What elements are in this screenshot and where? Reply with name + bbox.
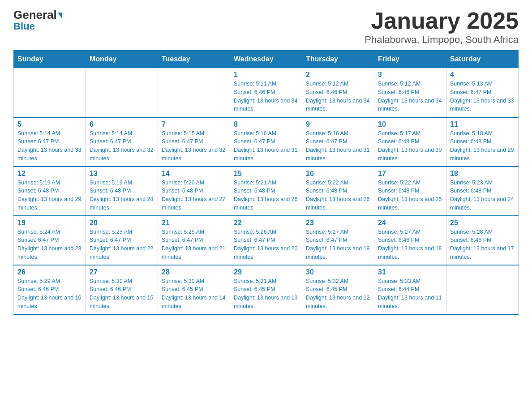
- sun-info: Sunrise: 5:25 AM Sunset: 6:47 PM Dayligh…: [90, 228, 154, 261]
- calendar-cell: 6Sunrise: 5:14 AM Sunset: 6:47 PM Daylig…: [86, 117, 158, 167]
- day-number: 26: [17, 268, 82, 276]
- day-number: 28: [162, 268, 226, 276]
- calendar-cell: 11Sunrise: 5:18 AM Sunset: 6:48 PM Dayli…: [446, 117, 519, 167]
- calendar-cell: 9Sunrise: 5:16 AM Sunset: 6:47 PM Daylig…: [302, 117, 374, 167]
- sun-info: Sunrise: 5:27 AM Sunset: 6:47 PM Dayligh…: [306, 228, 370, 261]
- sun-info: Sunrise: 5:27 AM Sunset: 6:46 PM Dayligh…: [378, 228, 442, 261]
- day-number: 23: [306, 219, 370, 227]
- calendar-cell: 20Sunrise: 5:25 AM Sunset: 6:47 PM Dayli…: [86, 216, 158, 265]
- day-number: 20: [90, 219, 154, 227]
- calendar-cell: 26Sunrise: 5:29 AM Sunset: 6:46 PM Dayli…: [14, 265, 86, 314]
- day-number: 31: [378, 268, 442, 276]
- calendar-week-row: 12Sunrise: 5:19 AM Sunset: 6:48 PM Dayli…: [14, 167, 519, 216]
- month-title: January 2025: [365, 9, 519, 32]
- calendar-cell: 14Sunrise: 5:20 AM Sunset: 6:48 PM Dayli…: [158, 167, 230, 216]
- calendar-cell: 22Sunrise: 5:26 AM Sunset: 6:47 PM Dayli…: [230, 216, 302, 265]
- calendar-cell: 21Sunrise: 5:25 AM Sunset: 6:47 PM Dayli…: [158, 216, 230, 265]
- sun-info: Sunrise: 5:31 AM Sunset: 6:45 PM Dayligh…: [234, 277, 298, 311]
- day-number: 22: [234, 219, 298, 227]
- title-block: January 2025 Phalaborwa, Limpopo, South …: [365, 9, 519, 46]
- calendar-week-row: 26Sunrise: 5:29 AM Sunset: 6:46 PM Dayli…: [14, 265, 519, 314]
- day-number: 8: [234, 120, 298, 128]
- day-number: 16: [306, 170, 370, 178]
- calendar-cell: 24Sunrise: 5:27 AM Sunset: 6:46 PM Dayli…: [374, 216, 446, 265]
- sun-info: Sunrise: 5:19 AM Sunset: 6:48 PM Dayligh…: [90, 179, 154, 212]
- calendar-week-row: 19Sunrise: 5:24 AM Sunset: 6:47 PM Dayli…: [14, 216, 519, 265]
- sun-info: Sunrise: 5:26 AM Sunset: 6:47 PM Dayligh…: [234, 228, 298, 261]
- sun-info: Sunrise: 5:23 AM Sunset: 6:48 PM Dayligh…: [450, 179, 515, 212]
- sun-info: Sunrise: 5:18 AM Sunset: 6:48 PM Dayligh…: [450, 129, 515, 163]
- sun-info: Sunrise: 5:14 AM Sunset: 6:47 PM Dayligh…: [90, 129, 154, 163]
- day-number: 7: [162, 120, 226, 128]
- header-friday: Friday: [374, 51, 446, 68]
- day-number: 6: [90, 120, 154, 128]
- calendar-cell: 10Sunrise: 5:17 AM Sunset: 6:48 PM Dayli…: [374, 117, 446, 167]
- calendar-cell: [14, 68, 86, 117]
- calendar-cell: 5Sunrise: 5:14 AM Sunset: 6:47 PM Daylig…: [14, 117, 86, 167]
- page-header: General Blue January 2025 Phalaborwa, Li…: [13, 9, 519, 46]
- header-monday: Monday: [86, 51, 158, 68]
- sun-info: Sunrise: 5:14 AM Sunset: 6:47 PM Dayligh…: [17, 129, 82, 163]
- calendar-cell: 31Sunrise: 5:33 AM Sunset: 6:44 PM Dayli…: [374, 265, 446, 314]
- sun-info: Sunrise: 5:32 AM Sunset: 6:45 PM Dayligh…: [306, 277, 370, 311]
- calendar-cell: [158, 68, 230, 117]
- day-number: 11: [450, 120, 515, 128]
- header-saturday: Saturday: [446, 51, 519, 68]
- day-number: 12: [17, 170, 82, 178]
- day-number: 15: [234, 170, 298, 178]
- day-number: 17: [378, 170, 442, 178]
- calendar-week-row: 1Sunrise: 5:11 AM Sunset: 6:46 PM Daylig…: [14, 68, 519, 117]
- day-number: 4: [450, 71, 515, 79]
- sun-info: Sunrise: 5:16 AM Sunset: 6:47 PM Dayligh…: [306, 129, 370, 163]
- day-number: 3: [378, 71, 442, 79]
- calendar-cell: 18Sunrise: 5:23 AM Sunset: 6:48 PM Dayli…: [446, 167, 519, 216]
- day-number: 27: [90, 268, 154, 276]
- calendar-cell: 30Sunrise: 5:32 AM Sunset: 6:45 PM Dayli…: [302, 265, 374, 314]
- calendar-cell: 7Sunrise: 5:15 AM Sunset: 6:47 PM Daylig…: [158, 117, 230, 167]
- sun-info: Sunrise: 5:12 AM Sunset: 6:46 PM Dayligh…: [306, 80, 370, 113]
- sun-info: Sunrise: 5:24 AM Sunset: 6:47 PM Dayligh…: [17, 228, 82, 261]
- sun-info: Sunrise: 5:30 AM Sunset: 6:46 PM Dayligh…: [90, 277, 154, 311]
- calendar-cell: 17Sunrise: 5:22 AM Sunset: 6:48 PM Dayli…: [374, 167, 446, 216]
- calendar-cell: 19Sunrise: 5:24 AM Sunset: 6:47 PM Dayli…: [14, 216, 86, 265]
- calendar-table: Sunday Monday Tuesday Wednesday Thursday…: [13, 50, 519, 315]
- sun-info: Sunrise: 5:25 AM Sunset: 6:47 PM Dayligh…: [162, 228, 226, 261]
- calendar-cell: [86, 68, 158, 117]
- sun-info: Sunrise: 5:22 AM Sunset: 6:48 PM Dayligh…: [306, 179, 370, 212]
- sun-info: Sunrise: 5:20 AM Sunset: 6:48 PM Dayligh…: [162, 179, 226, 212]
- calendar-cell: 16Sunrise: 5:22 AM Sunset: 6:48 PM Dayli…: [302, 167, 374, 216]
- location-title: Phalaborwa, Limpopo, South Africa: [365, 34, 519, 46]
- logo: General Blue: [13, 9, 62, 32]
- sun-info: Sunrise: 5:15 AM Sunset: 6:47 PM Dayligh…: [162, 129, 226, 163]
- day-number: 29: [234, 268, 298, 276]
- calendar-cell: 2Sunrise: 5:12 AM Sunset: 6:46 PM Daylig…: [302, 68, 374, 117]
- calendar-cell: 23Sunrise: 5:27 AM Sunset: 6:47 PM Dayli…: [302, 216, 374, 265]
- sun-info: Sunrise: 5:33 AM Sunset: 6:44 PM Dayligh…: [378, 277, 442, 311]
- day-number: 21: [162, 219, 226, 227]
- day-number: 14: [162, 170, 226, 178]
- sun-info: Sunrise: 5:11 AM Sunset: 6:46 PM Dayligh…: [234, 80, 298, 113]
- header-thursday: Thursday: [302, 51, 374, 68]
- calendar-header-row: Sunday Monday Tuesday Wednesday Thursday…: [14, 51, 519, 68]
- sun-info: Sunrise: 5:13 AM Sunset: 6:47 PM Dayligh…: [450, 80, 515, 113]
- sun-info: Sunrise: 5:21 AM Sunset: 6:48 PM Dayligh…: [234, 179, 298, 212]
- calendar-cell: 4Sunrise: 5:13 AM Sunset: 6:47 PM Daylig…: [446, 68, 519, 117]
- sun-info: Sunrise: 5:16 AM Sunset: 6:47 PM Dayligh…: [234, 129, 298, 163]
- day-number: 5: [17, 120, 82, 128]
- calendar-cell: 27Sunrise: 5:30 AM Sunset: 6:46 PM Dayli…: [86, 265, 158, 314]
- day-number: 9: [306, 120, 370, 128]
- calendar-cell: 25Sunrise: 5:28 AM Sunset: 6:46 PM Dayli…: [446, 216, 519, 265]
- calendar-cell: [446, 265, 519, 314]
- sun-info: Sunrise: 5:12 AM Sunset: 6:46 PM Dayligh…: [378, 80, 442, 113]
- sun-info: Sunrise: 5:17 AM Sunset: 6:48 PM Dayligh…: [378, 129, 442, 163]
- calendar-cell: 29Sunrise: 5:31 AM Sunset: 6:45 PM Dayli…: [230, 265, 302, 314]
- calendar-cell: 8Sunrise: 5:16 AM Sunset: 6:47 PM Daylig…: [230, 117, 302, 167]
- logo-blue-text: Blue: [13, 21, 35, 32]
- calendar-cell: 15Sunrise: 5:21 AM Sunset: 6:48 PM Dayli…: [230, 167, 302, 216]
- header-tuesday: Tuesday: [158, 51, 230, 68]
- day-number: 25: [450, 219, 515, 227]
- sun-info: Sunrise: 5:29 AM Sunset: 6:46 PM Dayligh…: [17, 277, 82, 311]
- day-number: 18: [450, 170, 515, 178]
- calendar-cell: 12Sunrise: 5:19 AM Sunset: 6:48 PM Dayli…: [14, 167, 86, 216]
- day-number: 19: [17, 219, 82, 227]
